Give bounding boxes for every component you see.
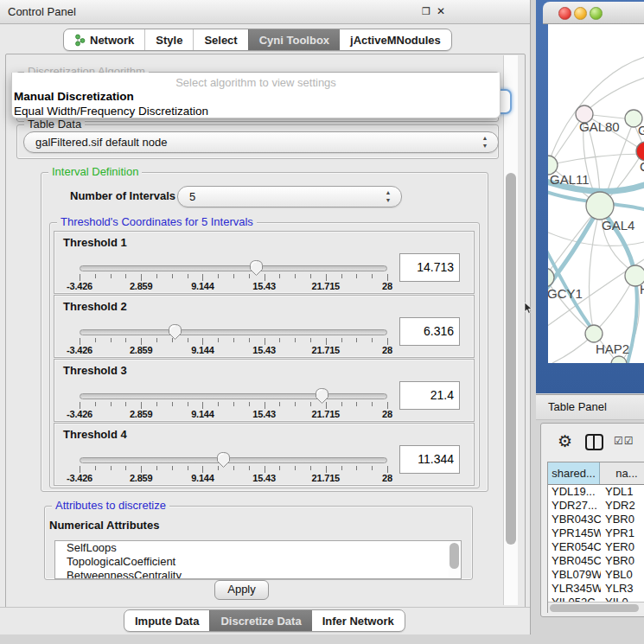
table-row[interactable]: YDR27...YDR2 (548, 499, 644, 513)
threshold-label: Threshold 4 (63, 428, 127, 441)
algorithm-option-manual-discretization[interactable]: Manual Discretization (12, 89, 500, 104)
table-panel: ⚙ ☑☑ shared...na... YDL19...YDL1YDR27...… (540, 423, 644, 617)
gear-icon[interactable]: ⚙ (558, 431, 572, 451)
table-cell: YLR3 (601, 582, 644, 596)
tab-jactivemnodules[interactable]: jActiveMNodules (340, 29, 451, 50)
attribute-item-selfloops[interactable]: SelfLoops (55, 541, 461, 555)
control-panel-scrollbar[interactable] (503, 55, 518, 605)
slider-track[interactable] (80, 393, 387, 399)
table-horizontal-scrollbar[interactable] (548, 602, 644, 613)
node-label: GA (638, 123, 644, 137)
table-row[interactable]: YPR145WYPR1 (548, 526, 644, 540)
apply-button[interactable]: Apply (214, 580, 269, 600)
node-label: HAP2 (596, 341, 629, 356)
attribute-item-betweennesscentrality[interactable]: BetweennessCentrality (55, 569, 461, 579)
slider-track[interactable] (80, 265, 387, 271)
node-label: GAL11 (550, 172, 590, 187)
tab-cyni-toolbox[interactable]: Cyni Toolbox (248, 29, 340, 50)
threshold-value-field[interactable]: 14.713 (399, 253, 460, 282)
threshold-label: Threshold 2 (63, 300, 127, 313)
threshold-value: 6.316 (424, 318, 454, 345)
tab-infer-network[interactable]: Infer Network (312, 610, 405, 631)
table-data-combo[interactable]: galFiltered.sif default node ▲▼ (23, 131, 499, 153)
close-window-icon[interactable]: ✕ (434, 4, 448, 18)
attributes-title: Attributes to discretize (52, 499, 169, 512)
combo-spinner-icon: ▲▼ (481, 134, 489, 150)
slider-thumb[interactable] (249, 259, 264, 277)
tab-label: Cyni Toolbox (259, 34, 329, 47)
float-window-icon[interactable]: ❒ (419, 4, 433, 18)
tab-label: Infer Network (322, 615, 394, 628)
table-row[interactable]: YBR043CYBR0 (548, 513, 644, 526)
table-panel-titlebar: Table Panel (536, 394, 644, 420)
numerical-attributes-label: Numerical Attributes (49, 519, 159, 532)
table-cell: YDL19... (548, 485, 601, 499)
tab-label: Network (90, 34, 134, 47)
select-columns-icon[interactable]: ☑☑ (614, 435, 634, 447)
thresholds-title: Threshold's Coordinates for 5 Intervals (57, 215, 257, 228)
table-row[interactable]: YBL079WYBL0 (548, 568, 644, 582)
slider-thumb[interactable] (168, 323, 182, 341)
table-cell: YER054C (548, 540, 601, 554)
minimize-traffic-light[interactable] (574, 7, 587, 20)
control-panel-tabs: NetworkStyleSelectCyni ToolboxjActiveMNo… (63, 29, 452, 51)
number-of-intervals-combo[interactable]: 5 ▲▼ (177, 186, 402, 207)
slider-thumb[interactable] (216, 451, 231, 469)
window-title: Control Panel (8, 5, 76, 18)
numerical-attributes-list[interactable]: SelfLoopsTopologicalCoefficientBetweenne… (54, 540, 462, 579)
table-row[interactable]: YLR345WYLR3 (548, 582, 644, 596)
table-cell: YBR045C (548, 554, 601, 568)
attributes-list-scrollbar[interactable] (449, 542, 460, 577)
table-header-1[interactable]: shared... (548, 462, 600, 484)
slider-tick-labels: -3.4262.8599.14415.4321.71528 (80, 345, 387, 355)
threshold-panel-4: Threshold 4-3.4262.8599.14415.4321.71528… (54, 423, 475, 486)
number-of-intervals-value: 5 (189, 190, 195, 203)
network-node-hap2[interactable] (585, 325, 603, 342)
scrollbar-thumb[interactable] (506, 173, 516, 545)
algorithm-option-equal-width-frequency-discretization[interactable]: Equal Width/Frequency Discretization (12, 104, 500, 118)
table-row[interactable]: YER054CYER0 (548, 540, 644, 554)
scrollbar-thumb[interactable] (550, 604, 639, 612)
table-cell: YDR2 (601, 499, 644, 513)
threshold-value-field[interactable]: 11.344 (399, 445, 460, 474)
mouse-cursor (524, 302, 533, 315)
node-label: C (640, 159, 644, 174)
network-node-c[interactable] (636, 142, 644, 161)
table-data-title: Table Data (24, 118, 85, 131)
table-cell: YPR1 (601, 526, 644, 540)
columns-icon[interactable] (585, 434, 603, 450)
cyni-mode-tabs: Impute DataDiscretize DataInfer Network (124, 609, 405, 632)
slider-track[interactable] (80, 457, 387, 463)
cyni-toolbox-content: Discretization Algorithm Table Data galF… (5, 54, 526, 609)
threshold-value-field[interactable]: 21.4 (399, 381, 460, 410)
tab-discretize-data[interactable]: Discretize Data (209, 610, 311, 631)
attribute-item-topologicalcoefficient[interactable]: TopologicalCoefficient (55, 555, 461, 569)
network-node-gal4[interactable] (586, 192, 614, 220)
table-row[interactable]: YDL19...YDL1 (548, 485, 644, 499)
table-row[interactable]: YBR045CYBR0 (548, 554, 644, 568)
table-cell: YBL079W (548, 568, 601, 582)
slider-thumb[interactable] (315, 387, 329, 405)
network-node-gcy1[interactable] (548, 268, 554, 287)
tab-select[interactable]: Select (193, 29, 247, 50)
table-cell: YBL0 (601, 568, 644, 582)
table-cell: YBR043C (548, 513, 601, 526)
table-header-2[interactable]: na... (600, 462, 644, 484)
tab-label: jActiveMNodules (350, 34, 441, 47)
tab-impute-data[interactable]: Impute Data (124, 610, 209, 631)
table-cell: YDR27... (548, 499, 601, 513)
node-label: GAL80 (579, 119, 620, 134)
close-traffic-light[interactable] (558, 7, 571, 20)
slider-tick-labels: -3.4262.8599.14415.4321.71528 (80, 281, 387, 291)
tab-network[interactable]: Network (64, 29, 144, 50)
network-canvas[interactable]: GAL80GACGAL11GAL4GCY1HHAP2 (548, 24, 644, 363)
slider-track[interactable] (80, 329, 387, 335)
algorithm-placeholder-option[interactable]: Select algorithm to view settings (12, 76, 500, 89)
tab-label: Style (156, 34, 182, 47)
node-table: shared...na... YDL19...YDL1YDR27...YDR2Y… (547, 462, 644, 613)
slider-tick-labels: -3.4262.8599.14415.4321.71528 (80, 409, 387, 419)
tab-style[interactable]: Style (144, 29, 193, 50)
network-view-window: GAL80GACGAL11GAL4GCY1HHAP2 (536, 0, 644, 393)
threshold-value-field[interactable]: 6.316 (399, 317, 460, 346)
zoom-traffic-light[interactable] (590, 7, 603, 20)
